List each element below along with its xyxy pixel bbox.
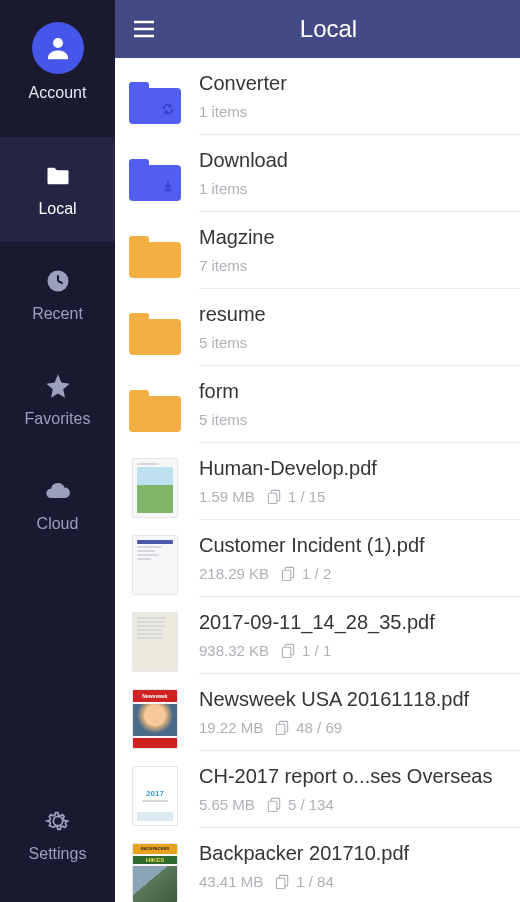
- file-name: Magzine: [199, 226, 520, 249]
- folder-icon: [44, 162, 72, 190]
- page-title: Local: [149, 15, 508, 43]
- thumbnail: Newsweek: [127, 691, 183, 747]
- file-row[interactable]: Human-Develop.pdf1.59 MB1 / 15: [115, 443, 520, 520]
- sidebar-item-settings[interactable]: Settings: [0, 782, 115, 887]
- file-name: form: [199, 380, 520, 403]
- folder-row[interactable]: resume5 items: [115, 289, 520, 366]
- file-list[interactable]: Converter1 itemsDownload1 itemsMagzine7 …: [115, 58, 520, 902]
- file-name: CH-2017 report o...ses Overseas: [199, 765, 520, 788]
- sidebar: Account Local Recent Favorites Cloud Set…: [0, 0, 115, 902]
- thumbnail: [127, 152, 183, 208]
- thumbnail: [127, 614, 183, 670]
- item-count: 7 items: [199, 257, 247, 274]
- thumbnail: [127, 75, 183, 131]
- file-name: 2017-09-11_14_28_35.pdf: [199, 611, 520, 634]
- thumbnail: [127, 537, 183, 593]
- thumbnail: BACKPACKERHIKES: [127, 845, 183, 901]
- file-size: 1.59 MB: [199, 488, 255, 505]
- item-count: 5 items: [199, 411, 247, 428]
- item-count: 5 items: [199, 334, 247, 351]
- file-size: 5.65 MB: [199, 796, 255, 813]
- star-icon: [44, 372, 72, 400]
- svg-rect-6: [268, 493, 276, 503]
- thumbnail: [127, 306, 183, 362]
- pages-icon: [267, 797, 282, 812]
- item-count: 1 items: [199, 103, 247, 120]
- account-label: Account: [29, 84, 87, 102]
- cloud-icon: [44, 477, 72, 505]
- sidebar-item-label: Cloud: [37, 515, 79, 533]
- clock-icon: [44, 267, 72, 295]
- folder-icon: [129, 390, 181, 432]
- sidebar-items: Local Recent Favorites Cloud Settings: [0, 137, 115, 902]
- file-size: 19.22 MB: [199, 719, 263, 736]
- pages-icon: [267, 489, 282, 504]
- svg-point-0: [53, 38, 63, 48]
- svg-rect-16: [277, 878, 285, 888]
- main-panel: Local Converter1 itemsDownload1 itemsMag…: [115, 0, 520, 902]
- person-icon: [43, 33, 73, 63]
- sidebar-item-label: Favorites: [25, 410, 91, 428]
- file-name: resume: [199, 303, 520, 326]
- avatar: [32, 22, 84, 74]
- sidebar-item-favorites[interactable]: Favorites: [0, 347, 115, 452]
- folder-icon: [129, 82, 181, 124]
- sidebar-item-label: Recent: [32, 305, 83, 323]
- file-size: 938.32 KB: [199, 642, 269, 659]
- page-indicator: 1 / 15: [267, 488, 326, 505]
- gear-icon: [44, 807, 72, 835]
- thumbnail: [127, 460, 183, 516]
- file-name: Converter: [199, 72, 520, 95]
- pages-icon: [275, 720, 290, 735]
- folder-icon: [129, 159, 181, 201]
- file-row[interactable]: BACKPACKERHIKESBackpacker 201710.pdf43.4…: [115, 828, 520, 902]
- svg-rect-10: [282, 647, 290, 657]
- thumbnail: [127, 383, 183, 439]
- folder-row[interactable]: Download1 items: [115, 135, 520, 212]
- file-row[interactable]: 2017-09-11_14_28_35.pdf938.32 KB1 / 1: [115, 597, 520, 674]
- pages-icon: [275, 874, 290, 889]
- svg-rect-8: [282, 570, 290, 580]
- sidebar-item-cloud[interactable]: Cloud: [0, 452, 115, 557]
- settings-label: Settings: [29, 845, 87, 863]
- file-size: 218.29 KB: [199, 565, 269, 582]
- file-name: Newsweek USA 20161118.pdf: [199, 688, 520, 711]
- file-name: Download: [199, 149, 520, 172]
- svg-rect-12: [277, 724, 285, 734]
- sidebar-item-recent[interactable]: Recent: [0, 242, 115, 347]
- svg-rect-14: [268, 801, 276, 811]
- folder-row[interactable]: Magzine7 items: [115, 212, 520, 289]
- item-count: 1 items: [199, 180, 247, 197]
- file-name: Backpacker 201710.pdf: [199, 842, 520, 865]
- page-indicator: 48 / 69: [275, 719, 342, 736]
- thumbnail: [127, 229, 183, 285]
- file-name: Customer Incident (1).pdf: [199, 534, 520, 557]
- file-size: 43.41 MB: [199, 873, 263, 890]
- file-row[interactable]: Customer Incident (1).pdf218.29 KB1 / 2: [115, 520, 520, 597]
- thumbnail: 2017: [127, 768, 183, 824]
- page-indicator: 1 / 1: [281, 642, 331, 659]
- file-row[interactable]: 2017CH-2017 report o...ses Overseas5.65 …: [115, 751, 520, 828]
- sidebar-item-local[interactable]: Local: [0, 137, 115, 242]
- account-section[interactable]: Account: [29, 22, 87, 102]
- pages-icon: [281, 643, 296, 658]
- page-indicator: 1 / 84: [275, 873, 334, 890]
- page-indicator: 5 / 134: [267, 796, 334, 813]
- pages-icon: [281, 566, 296, 581]
- folder-row[interactable]: Converter1 items: [115, 58, 520, 135]
- page-indicator: 1 / 2: [281, 565, 331, 582]
- topbar: Local: [115, 0, 520, 58]
- sidebar-item-label: Local: [38, 200, 76, 218]
- file-row[interactable]: NewsweekNewsweek USA 20161118.pdf19.22 M…: [115, 674, 520, 751]
- folder-icon: [129, 236, 181, 278]
- folder-row[interactable]: form5 items: [115, 366, 520, 443]
- folder-icon: [129, 313, 181, 355]
- file-name: Human-Develop.pdf: [199, 457, 520, 480]
